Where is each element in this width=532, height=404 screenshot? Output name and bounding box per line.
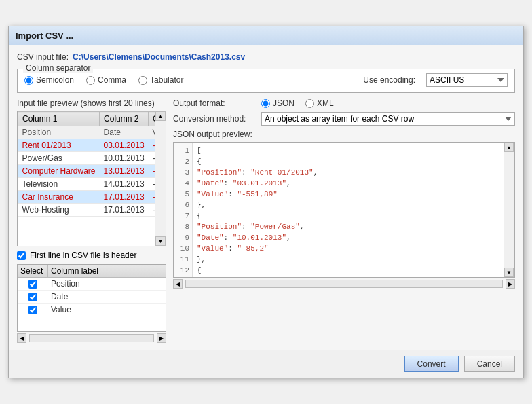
left-hscroll-track[interactable]: [29, 334, 154, 342]
radio-comma[interactable]: Comma: [86, 75, 126, 85]
dialog-body: CSV input file: C:\Users\Clemens\Documen…: [9, 45, 523, 350]
json-line-content: "Value": "-551,89": [197, 189, 499, 200]
table-row: Position: [18, 126, 100, 139]
json-line-number: 9: [176, 232, 189, 243]
column-checkbox[interactable]: [28, 306, 37, 314]
output-format-label: Output format:: [173, 98, 261, 108]
import-csv-dialog: Import CSV ... CSV input file: C:\Users\…: [8, 26, 524, 378]
json-line-number: 12: [176, 265, 189, 276]
separator-group-title: Column separator: [23, 63, 93, 73]
conversion-method-label: Conversion method:: [173, 114, 261, 124]
json-line-number: 4: [176, 178, 189, 189]
preview-vscrollbar[interactable]: ▲ ▼: [155, 111, 166, 246]
json-hscroll-track[interactable]: [185, 280, 503, 288]
conversion-method-row: Conversion method: An object as array it…: [173, 112, 515, 126]
left-hscroll-left[interactable]: ◀: [17, 333, 26, 343]
left-hscroll-right[interactable]: ▶: [157, 333, 166, 343]
json-line-numbers: 12345678910111213: [174, 143, 193, 277]
file-path: C:\Users\Clemens\Documents\Cash2013.csv: [73, 52, 245, 62]
first-line-label[interactable]: First line in CSV file is header: [30, 251, 136, 260]
table-row: 13.01.2013: [100, 165, 149, 178]
radio-tabulator[interactable]: Tabulator: [138, 75, 183, 85]
radio-comma-input[interactable]: [86, 76, 95, 85]
radio-semicolon[interactable]: Semicolon: [24, 75, 74, 85]
column-item-label: Position: [48, 278, 83, 289]
first-line-checkbox[interactable]: [17, 251, 26, 260]
conversion-method-select[interactable]: An object as array item for each CSV row…: [261, 112, 515, 126]
json-line-content: "Date": "03.01.2013",: [197, 178, 499, 189]
radio-tabulator-input[interactable]: [138, 76, 147, 85]
table-row: Rent 01/2013: [18, 139, 100, 152]
preview-table: Column 1 Column 2 Column 3 PositionDateV…: [18, 111, 166, 217]
json-line-content: "Date": "10.01.2013",: [197, 232, 499, 243]
radio-json-input[interactable]: [261, 99, 270, 108]
json-line-number: 8: [176, 221, 189, 232]
radio-semicolon-label[interactable]: Semicolon: [36, 75, 74, 85]
json-vscrollbar[interactable]: ▲ ▼: [504, 143, 514, 277]
cancel-button[interactable]: Cancel: [464, 356, 515, 372]
col2-header: Column 2: [100, 112, 149, 126]
radio-xml-input[interactable]: [305, 99, 314, 108]
table-row: Car Insurance: [18, 191, 100, 204]
column-item-label: Date: [48, 291, 71, 302]
radio-json[interactable]: JSON: [261, 98, 294, 108]
json-line-number: 11: [176, 254, 189, 265]
json-line-number: 6: [176, 200, 189, 210]
json-line-number: 1: [176, 145, 189, 156]
json-line-content: {: [197, 210, 499, 221]
json-line-number: 2: [176, 156, 189, 167]
preview-table-container: Column 1 Column 2 Column 3 PositionDateV…: [17, 111, 166, 246]
json-line-number: 10: [176, 243, 189, 254]
left-hscroll-row: ◀ ▶: [17, 333, 166, 343]
encoding-section: Use encoding: ASCII US UTF-8 UTF-16 ISO-…: [363, 73, 508, 87]
table-row: Web-Hosting: [18, 204, 100, 217]
radio-xml-label[interactable]: XML: [317, 98, 334, 108]
encoding-label: Use encoding:: [363, 75, 415, 85]
col1-header: Column 1: [18, 112, 100, 126]
column-select-box: Select Column label PositionDateValue: [17, 264, 166, 332]
json-scroll-down[interactable]: ▼: [504, 268, 514, 277]
list-item[interactable]: Value: [18, 304, 166, 316]
list-item[interactable]: Position: [18, 278, 166, 291]
column-items-container: PositionDateValue: [18, 278, 166, 316]
preview-label: Input file preview (shows first 20 lines…: [17, 98, 166, 108]
json-line-number: 13: [176, 276, 189, 278]
json-content: [ { "Position": "Rent 01/2013", "Date": …: [193, 143, 504, 277]
list-item[interactable]: Date: [18, 291, 166, 304]
preview-scroll-track: [155, 121, 166, 236]
col-header-label: Column label: [48, 265, 101, 277]
radio-comma-label[interactable]: Comma: [98, 75, 126, 85]
dialog-titlebar: Import CSV ...: [9, 26, 523, 45]
table-row: 14.01.2013: [100, 178, 149, 191]
column-checkbox[interactable]: [28, 280, 37, 289]
json-line-number: 7: [176, 210, 189, 221]
column-checkbox[interactable]: [28, 293, 37, 301]
table-row: Television: [18, 178, 100, 191]
json-hscroll-left[interactable]: ◀: [173, 279, 183, 289]
left-panel: Input file preview (shows first 20 lines…: [17, 98, 166, 343]
convert-button[interactable]: Convert: [404, 356, 459, 372]
encoding-select[interactable]: ASCII US UTF-8 UTF-16 ISO-8859-1: [426, 73, 508, 87]
radio-tabulator-label[interactable]: Tabulator: [150, 75, 183, 85]
first-line-header-row[interactable]: First line in CSV file is header: [17, 251, 166, 260]
json-line-number: 5: [176, 189, 189, 200]
separator-encoding-row: Semicolon Comma Tabulator Use encoding: …: [24, 73, 508, 87]
radio-json-label[interactable]: JSON: [273, 98, 294, 108]
json-line-content: {: [197, 265, 499, 276]
json-line-content: {: [197, 156, 499, 167]
preview-scroll-up[interactable]: ▲: [155, 111, 166, 121]
preview-scroll-down[interactable]: ▼: [155, 236, 166, 246]
json-hscroll-right[interactable]: ▶: [506, 279, 515, 289]
right-panel: Output format: JSON XML Conversion metho…: [173, 98, 515, 343]
json-scroll-track: [504, 152, 514, 268]
table-row: Power/Gas: [18, 152, 100, 165]
json-scroll-up[interactable]: ▲: [504, 143, 514, 152]
table-row: Computer Hardware: [18, 165, 100, 178]
separator-radios: Semicolon Comma Tabulator: [24, 75, 183, 85]
main-content: Input file preview (shows first 20 lines…: [17, 98, 515, 343]
radio-xml[interactable]: XML: [305, 98, 334, 108]
table-row: 17.01.2013: [100, 191, 149, 204]
json-preview-container: 12345678910111213 [ { "Position": "Rent …: [173, 142, 515, 278]
json-line-content: "Value": "-85,2": [197, 243, 499, 254]
radio-semicolon-input[interactable]: [24, 76, 33, 85]
